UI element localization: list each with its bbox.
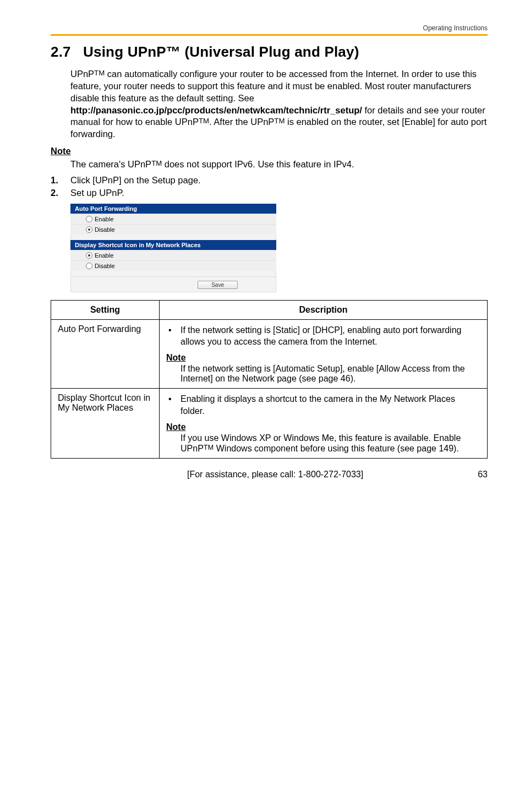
radio-row-disable[interactable]: Disable xyxy=(70,260,276,271)
save-row: Save xyxy=(70,276,276,292)
note-text-segment: The camera's UPnP xyxy=(70,159,151,169)
group-header: Display Shortcut Icon in My Network Plac… xyxy=(70,240,276,250)
setting-cell: Display Shortcut Icon in My Network Plac… xyxy=(51,389,160,458)
tm-mark: TM xyxy=(94,69,105,77)
table-header-row: Setting Description xyxy=(51,301,488,320)
note-heading: Note xyxy=(166,353,480,363)
save-button[interactable]: Save xyxy=(198,281,238,289)
radio-label: Enable xyxy=(95,252,113,259)
section-heading-text: Using UPnP™ (Universal Plug and Play) xyxy=(83,43,359,60)
description-cell: Enabling it displays a shortcut to the c… xyxy=(160,389,488,458)
group-header: Auto Port Forwarding xyxy=(70,204,276,214)
radio-label: Disable xyxy=(95,263,115,269)
reference-url: http://panasonic.co.jp/pcc/products/en/n… xyxy=(70,105,362,115)
radio-row-disable[interactable]: Disable xyxy=(70,224,276,235)
radio-icon xyxy=(86,263,92,269)
note-heading: Note xyxy=(166,422,480,432)
radio-label: Disable xyxy=(95,226,115,233)
display-shortcut-group: Display Shortcut Icon in My Network Plac… xyxy=(70,240,276,271)
table-row: Display Shortcut Icon in My Network Plac… xyxy=(51,389,488,458)
intro-paragraph: UPnPTM can automatically configure your … xyxy=(70,68,488,140)
radio-label: Enable xyxy=(95,216,113,222)
col-header-setting: Setting xyxy=(51,301,160,320)
tm-mark: TM xyxy=(204,443,214,451)
step-item: Set up UPnP. xyxy=(51,188,488,198)
bullet-item: Enabling it displays a shortcut to the c… xyxy=(166,393,480,416)
radio-icon-selected xyxy=(86,252,92,259)
page-footer: [For assistance, please call: 1-800-272-… xyxy=(51,470,488,479)
assistance-line: [For assistance, please call: 1-800-272-… xyxy=(187,470,363,479)
upnp-settings-screenshot: Auto Port Forwarding Enable Disable Disp… xyxy=(70,204,276,292)
page: Operating Instructions 2.7 Using UPnP™ (… xyxy=(0,0,525,504)
intro-text: UPnP xyxy=(70,69,94,79)
section-number: 2.7 xyxy=(51,43,71,60)
intro-text: can automatically configure your router … xyxy=(70,69,477,103)
settings-table: Setting Description Auto Port Forwarding… xyxy=(51,300,488,459)
table-row: Auto Port Forwarding If the network sett… xyxy=(51,320,488,389)
note-text: If the network setting is [Automatic Set… xyxy=(181,364,480,384)
radio-row-enable[interactable]: Enable xyxy=(70,250,276,260)
radio-icon-selected xyxy=(86,226,92,233)
section-title: 2.7 Using UPnP™ (Universal Plug and Play… xyxy=(51,43,488,61)
note-heading: Note xyxy=(51,146,488,156)
intro-text: . After the UPnP xyxy=(209,117,274,127)
note-text: If you use Windows XP or Windows Me, thi… xyxy=(181,433,480,454)
page-number: 63 xyxy=(478,470,488,479)
auto-port-forwarding-group: Auto Port Forwarding Enable Disable xyxy=(70,204,276,235)
note-text: The camera's UPnPTM does not support IPv… xyxy=(70,159,488,171)
tm-mark: TM xyxy=(151,159,162,167)
group-gap xyxy=(70,271,276,276)
steps-list: Click [UPnP] on the Setup page. Set up U… xyxy=(51,175,488,198)
running-head: Operating Instructions xyxy=(51,24,488,32)
step-item: Click [UPnP] on the Setup page. xyxy=(51,175,488,186)
tm-mark: TM xyxy=(199,117,209,125)
note-text-segment: Windows component before using this feat… xyxy=(214,444,459,453)
tm-mark: TM xyxy=(274,117,285,125)
radio-icon xyxy=(86,216,92,222)
header-rule xyxy=(51,34,488,36)
note-text-segment: does not support IPv6. Use this feature … xyxy=(162,159,354,169)
radio-row-enable[interactable]: Enable xyxy=(70,214,276,224)
group-gap xyxy=(70,235,276,240)
col-header-description: Description xyxy=(160,301,488,320)
bullet-item: If the network setting is [Static] or [D… xyxy=(166,324,480,347)
setting-cell: Auto Port Forwarding xyxy=(51,320,160,389)
description-cell: If the network setting is [Static] or [D… xyxy=(160,320,488,389)
